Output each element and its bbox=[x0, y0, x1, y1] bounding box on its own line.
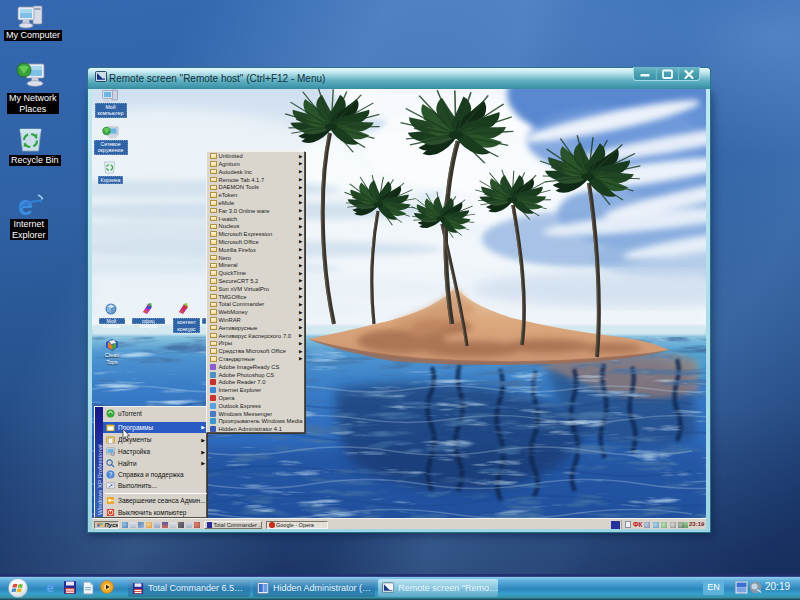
svg-text:Windows XP Professional: Windows XP Professional bbox=[95, 444, 102, 515]
svg-text:?: ? bbox=[109, 470, 113, 477]
svg-text:e: e bbox=[18, 192, 33, 219]
